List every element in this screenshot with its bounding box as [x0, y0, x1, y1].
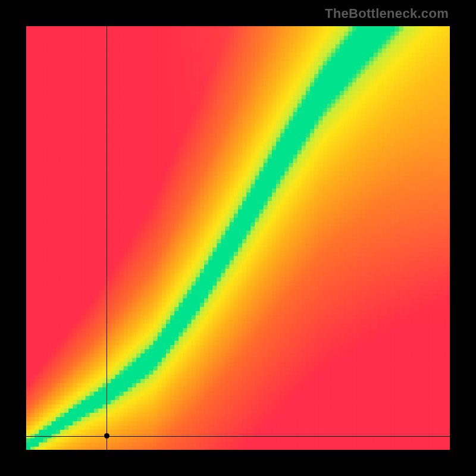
- crosshair-vertical: [107, 26, 107, 450]
- heatmap-canvas: [26, 26, 450, 450]
- chart-frame: TheBottleneck.com: [0, 0, 476, 476]
- watermark-text: TheBottleneck.com: [325, 6, 449, 21]
- crosshair-marker-dot: [104, 433, 109, 439]
- crosshair-horizontal: [26, 436, 450, 437]
- heatmap-plot: [26, 26, 450, 450]
